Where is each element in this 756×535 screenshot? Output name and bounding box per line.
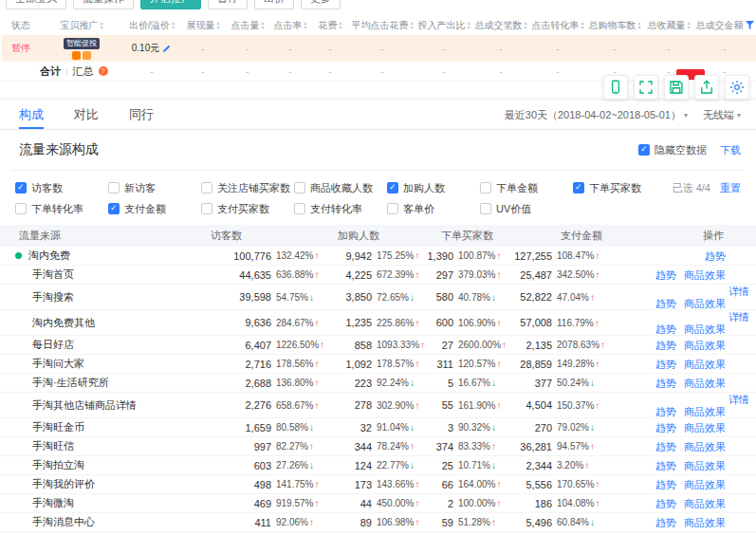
ad-column-header[interactable]: 点击转化率▴▾ (529, 19, 586, 32)
info-icon[interactable]: ? (99, 66, 108, 76)
filter-checkbox[interactable] (108, 203, 120, 214)
filter-checkbox[interactable] (201, 182, 212, 194)
action-link[interactable]: 趋势 (705, 250, 726, 262)
source-name: 淘内免费其他 (32, 316, 95, 330)
filter-checkbox[interactable] (201, 203, 212, 214)
action-links-top: 详情 (728, 311, 756, 323)
tab-compare[interactable]: 对比 (74, 101, 99, 129)
ad-column-header[interactable]: 投入产出比▴▾ (415, 19, 472, 32)
filter-label: 下单转化率 (31, 202, 83, 216)
action-link[interactable]: 趋势 (655, 406, 676, 417)
actions-cell: 详情趋势商品效果 (612, 394, 756, 417)
tab-composition[interactable]: 构成 (19, 101, 44, 129)
save-button[interactable] (664, 75, 689, 100)
action-link[interactable]: 商品效果 (684, 340, 726, 351)
tab-peers[interactable]: 同行 (129, 101, 154, 129)
ad-toolbar-button[interactable]: 更多 (301, 0, 341, 9)
buyers-cell: 2100.00%↑ (427, 498, 503, 509)
action-link[interactable]: 商品效果 (684, 517, 726, 528)
action-link[interactable]: 商品效果 (684, 323, 726, 335)
metric-change: 2600.00%↑ (458, 340, 507, 350)
edit-pencil-icon[interactable] (162, 44, 172, 53)
action-link[interactable]: 趋势 (655, 517, 676, 528)
ad-column-header[interactable]: 宝贝推广▴▾ (40, 19, 123, 32)
ad-column-header[interactable]: 总成交笔数▴▾ (472, 19, 529, 32)
download-link[interactable]: 下载 (720, 143, 741, 157)
reset-link[interactable]: 重置 (720, 181, 741, 195)
fullscreen-button[interactable] (634, 75, 658, 100)
action-link[interactable]: 商品效果 (684, 378, 726, 389)
metric-value: 89 (330, 517, 372, 528)
action-link[interactable]: 趋势 (655, 323, 676, 335)
action-link[interactable]: 趋势 (655, 298, 676, 309)
change-percent: 50.24% (557, 378, 589, 388)
action-link[interactable]: 商品效果 (684, 441, 726, 452)
ad-total-cell: - (349, 66, 415, 77)
filter-checkbox[interactable] (15, 182, 27, 194)
mobile-preview-button[interactable] (603, 75, 628, 100)
action-link[interactable]: 趋势 (655, 479, 676, 490)
filter-checkbox[interactable] (480, 203, 491, 214)
action-link[interactable]: 商品效果 (684, 359, 726, 370)
buyers-cell: 516.67%↓ (427, 378, 503, 389)
action-link[interactable]: 趋势 (655, 422, 676, 434)
trend-up-arrow: ↑ (584, 460, 589, 470)
filter-checkbox[interactable] (480, 182, 491, 194)
ad-column-header[interactable]: 点击率▴▾ (269, 19, 311, 32)
ad-column-header[interactable]: 展现量▴▾ (180, 19, 226, 32)
hide-empty-checkbox[interactable] (638, 144, 650, 156)
filter-row-2: 下单转化率支付金额支付买家数支付转化率客单价UV价值 (15, 198, 741, 219)
action-link[interactable]: 趋势 (655, 269, 676, 281)
share-button[interactable] (694, 75, 719, 100)
ad-column-header[interactable]: 状态 (2, 19, 40, 32)
ad-toolbar-button[interactable]: 暂停 (208, 0, 248, 9)
date-range-select[interactable]: 最近30天（2018-04-02~2018-05-01） ▾ (505, 108, 688, 122)
action-link[interactable]: 商品效果 (684, 298, 726, 309)
ad-column-header[interactable]: 平均点击花费▴▾ (349, 19, 415, 32)
filter-checkbox[interactable] (573, 182, 584, 194)
cart-cell: 22392.24%↓ (330, 378, 427, 389)
action-links: 趋势商品效果 (655, 498, 756, 509)
ad-column-header[interactable]: 花费▴▾ (311, 19, 349, 32)
ad-toolbar-button[interactable]: 批量操作 (73, 0, 134, 9)
filter-checkbox[interactable] (294, 182, 305, 194)
ad-toolbar-button[interactable]: 出价 (254, 0, 294, 9)
action-link[interactable]: 趋势 (655, 340, 676, 351)
action-link[interactable]: 商品效果 (684, 269, 726, 281)
action-links: 趋势商品效果 (655, 269, 756, 281)
filter-checkbox[interactable] (387, 182, 398, 194)
action-link[interactable]: 商品效果 (684, 422, 726, 434)
action-link[interactable]: 详情 (728, 394, 749, 405)
action-link[interactable]: 趋势 (655, 460, 676, 471)
action-link[interactable]: 商品效果 (684, 406, 726, 417)
traffic-source-table: 流量来源 访客数 加购人数 下单买家数 支付金额 操作 淘内免费100,7761… (0, 225, 756, 532)
ad-toolbar-button[interactable]: 开启推广 (140, 0, 201, 9)
action-link[interactable]: 详情 (728, 311, 749, 323)
filter-checkbox[interactable] (387, 203, 398, 214)
action-link[interactable]: 商品效果 (684, 460, 726, 471)
ad-column-header[interactable]: 出价/溢价▴▾ (123, 19, 180, 32)
chevron-down-icon: ▾ (737, 111, 741, 120)
settings-button[interactable] (725, 75, 749, 100)
ad-toolbar-button[interactable]: 全部宝贝 (6, 0, 66, 9)
ad-column-header[interactable]: 点击量▴▾ (226, 19, 269, 32)
action-link[interactable]: 趋势 (655, 441, 676, 452)
action-link[interactable]: 趋势 (655, 378, 676, 389)
ad-column-header[interactable]: 总成交金额 (694, 19, 755, 32)
change-percent: 16.67% (458, 378, 490, 388)
filter-checkbox[interactable] (15, 203, 27, 214)
metric-value: 9,636 (199, 317, 271, 328)
cart-cell: 12422.77%↓ (330, 460, 427, 471)
ad-column-header[interactable]: 总购物车数▴▾ (586, 19, 643, 32)
terminal-select[interactable]: 无线端 ▾ (703, 108, 741, 122)
filter-checkbox[interactable] (108, 182, 120, 194)
action-link[interactable]: 商品效果 (684, 498, 726, 509)
action-link[interactable]: 趋势 (655, 498, 676, 509)
action-link[interactable]: 详情 (728, 286, 749, 297)
metric-change: 120.57%↑ (458, 359, 501, 369)
filter-checkbox[interactable] (294, 203, 305, 214)
ad-column-header[interactable]: 总收藏量▴▾ (643, 19, 694, 32)
action-link[interactable]: 趋势 (655, 359, 676, 370)
metric-value: 997 (199, 441, 271, 452)
action-link[interactable]: 商品效果 (684, 479, 726, 490)
